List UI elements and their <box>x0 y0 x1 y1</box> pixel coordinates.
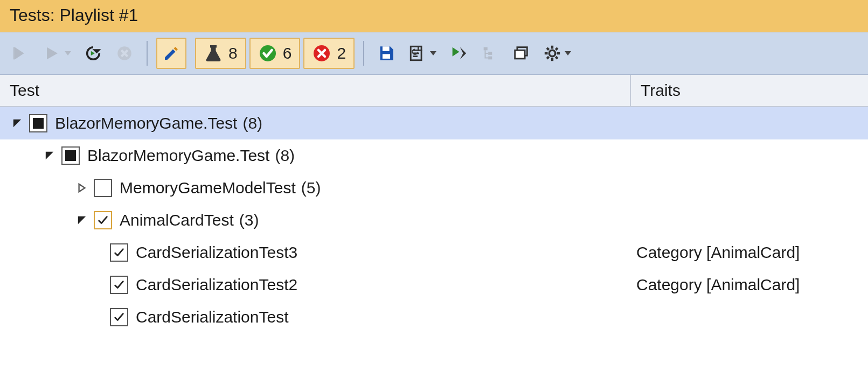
expand-toggle-icon[interactable] <box>74 180 89 195</box>
window-title: Tests: Playlist #1 <box>0 0 868 32</box>
tree-node-count: (3) <box>239 211 259 229</box>
toolbar: 8 6 2 <box>0 32 868 75</box>
total-tests-count: 8 <box>228 44 238 62</box>
playlist-doc-icon <box>408 44 427 62</box>
tree-node-label: BlazorMemoryGame.Test <box>87 146 269 165</box>
run-button[interactable] <box>39 40 75 66</box>
run-dropdown-icon <box>65 51 71 55</box>
checkbox-checked[interactable] <box>110 308 128 326</box>
column-headers: Test Traits <box>0 75 868 107</box>
tree-node-count: (8) <box>242 114 262 132</box>
expand-toggle-icon[interactable] <box>10 116 25 131</box>
run-profile-button[interactable] <box>445 40 472 66</box>
total-tests-button[interactable]: 8 <box>195 38 246 69</box>
counts-group: 8 6 2 <box>195 38 355 69</box>
checkbox-unchecked[interactable] <box>94 179 112 197</box>
toolbar-separator <box>363 41 364 66</box>
checkbox-checked[interactable] <box>94 211 112 229</box>
toolbar-separator <box>147 41 148 66</box>
svg-rect-5 <box>383 46 390 51</box>
save-icon <box>377 44 395 62</box>
edit-playlist-button[interactable] <box>156 38 186 69</box>
column-header-test-label: Test <box>10 81 39 99</box>
svg-rect-6 <box>383 54 390 59</box>
tree-node-project[interactable]: BlazorMemoryGame.Test (8) <box>0 107 868 139</box>
failed-tests-count: 2 <box>337 44 346 62</box>
tree-node-namespace[interactable]: BlazorMemoryGame.Test (8) <box>0 139 868 172</box>
checkbox-mixed[interactable] <box>29 114 47 132</box>
settings-button[interactable] <box>539 40 575 66</box>
pass-icon <box>258 44 277 63</box>
tree-node-test[interactable]: CardSerializationTest2 Category [AnimalC… <box>0 269 868 301</box>
tree-node-class[interactable]: MemoryGameModelTest (5) <box>0 172 868 204</box>
expand-toggle-icon[interactable] <box>42 148 57 163</box>
tree-node-traits: Category [AnimalCard] <box>631 240 868 265</box>
stop-run-button[interactable] <box>111 40 138 66</box>
failed-tests-button[interactable]: 2 <box>303 38 355 69</box>
column-header-test[interactable]: Test <box>0 75 631 106</box>
windows-icon <box>512 44 530 62</box>
tree-node-test[interactable]: CardSerializationTest3 Category [AnimalC… <box>0 236 868 269</box>
dropdown-icon <box>430 51 436 55</box>
tree-node-label: AnimalCardTest <box>120 211 234 229</box>
fail-icon <box>312 44 331 63</box>
run-debug-button[interactable] <box>8 40 34 66</box>
show-windows-button[interactable] <box>508 40 534 66</box>
tree-node-label: MemoryGameModelTest <box>120 179 296 197</box>
flask-icon <box>204 44 223 63</box>
hierarchy-icon <box>481 44 499 62</box>
tree-node-label: CardSerializationTest3 <box>136 243 297 262</box>
svg-rect-10 <box>488 57 492 60</box>
tree-node-label: CardSerializationTest2 <box>136 276 297 294</box>
column-header-traits-label: Traits <box>641 81 680 99</box>
save-playlist-button[interactable] <box>373 40 400 66</box>
expand-toggle-icon[interactable] <box>74 213 89 228</box>
repeat-run-button[interactable] <box>80 40 107 66</box>
tree-node-traits <box>631 217 868 223</box>
checkbox-mixed[interactable] <box>61 146 80 165</box>
tree-node-traits <box>631 152 868 159</box>
svg-rect-2 <box>210 45 217 48</box>
svg-rect-0 <box>13 47 15 60</box>
playlist-options-button[interactable] <box>404 40 441 66</box>
checkbox-checked[interactable] <box>110 243 128 262</box>
svg-point-13 <box>549 50 555 56</box>
window-title-text: Tests: Playlist #1 <box>10 5 138 25</box>
tree-node-traits <box>631 185 868 191</box>
test-tree: BlazorMemoryGame.Test (8) BlazorMemoryGa… <box>0 107 868 385</box>
passed-tests-button[interactable]: 6 <box>249 38 301 69</box>
checkbox-checked[interactable] <box>110 276 128 294</box>
hierarchy-view-button[interactable] <box>476 40 503 66</box>
tree-node-label: BlazorMemoryGame.Test <box>55 114 237 132</box>
tree-node-class[interactable]: AnimalCardTest (3) <box>0 204 868 236</box>
tree-node-test[interactable]: CardSerializationTest <box>0 301 868 333</box>
svg-rect-12 <box>515 50 525 59</box>
gear-icon <box>543 44 561 62</box>
svg-rect-9 <box>488 52 492 55</box>
passed-tests-count: 6 <box>283 44 292 62</box>
column-header-traits[interactable]: Traits <box>631 75 868 106</box>
svg-rect-8 <box>484 47 488 51</box>
dropdown-icon <box>565 51 571 55</box>
tree-node-traits: Category [AnimalCard] <box>631 272 868 297</box>
tree-node-count: (8) <box>275 146 295 165</box>
tree-node-traits <box>631 120 868 127</box>
tree-node-traits <box>631 314 868 320</box>
tree-node-label: CardSerializationTest <box>136 308 288 326</box>
tree-node-count: (5) <box>301 179 321 197</box>
